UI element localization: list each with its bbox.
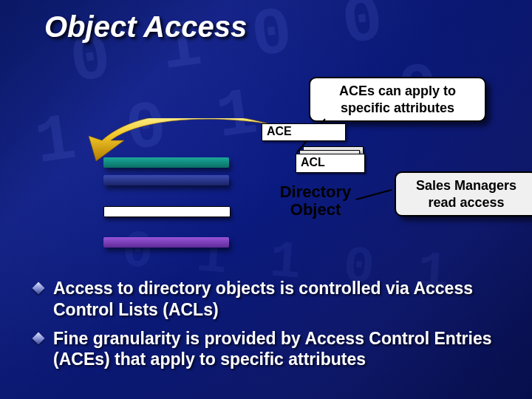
bullet-text: Fine granularity is provided by Access C… xyxy=(53,328,510,371)
diamond-bullet-icon xyxy=(33,282,45,295)
acl-card-front: ACL xyxy=(296,154,365,173)
attribute-bar xyxy=(103,237,229,248)
attribute-bar xyxy=(103,175,229,185)
callout-aces-attributes: ACEs can apply to specific attributes xyxy=(309,77,486,122)
slide: 0 1 0 0 1 0 1 1 0 0 1 1 0 1 Object Acces… xyxy=(0,0,532,399)
attribute-bar xyxy=(103,206,231,217)
slide-title: Object Access xyxy=(44,10,247,44)
directory-object-label: Directory Object xyxy=(262,183,369,219)
acl-stack: ACL xyxy=(296,146,362,168)
bullet-list: Access to directory objects is controlle… xyxy=(30,278,510,378)
callout-sales-managers: Sales Managers read access xyxy=(395,171,532,216)
diamond-bullet-icon xyxy=(33,332,45,344)
bullet-text: Access to directory objects is controlle… xyxy=(53,278,510,321)
ace-label-box: ACE xyxy=(262,123,346,141)
list-item: Access to directory objects is controlle… xyxy=(30,278,510,321)
list-item: Fine granularity is provided by Access C… xyxy=(30,328,510,371)
attribute-bar xyxy=(103,157,229,168)
